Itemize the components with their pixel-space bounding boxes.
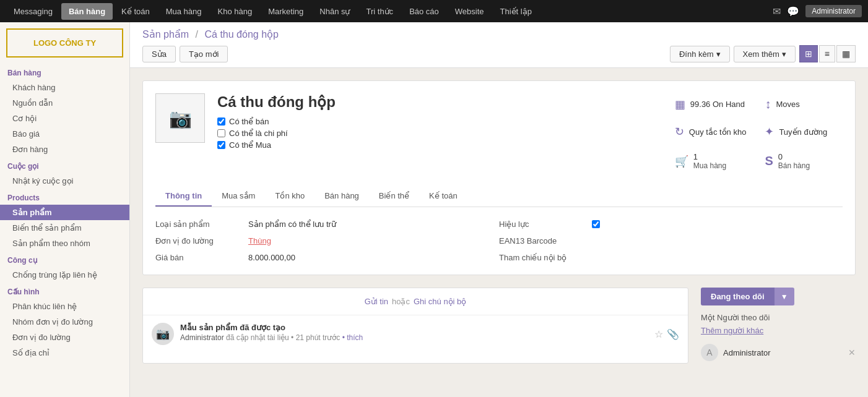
breadcrumb-parent[interactable]: Sản phẩm xyxy=(142,29,189,40)
send-message-label[interactable]: Gửi tin xyxy=(365,297,388,306)
attach-label: Đính kèm xyxy=(679,49,714,59)
tham-chieu-label: Tham chiếu nội bộ xyxy=(499,253,586,262)
follow-button[interactable]: Đang theo dõi xyxy=(701,288,775,305)
mua-hang-value: 1 xyxy=(693,152,726,161)
star-icon[interactable]: ☆ xyxy=(654,328,663,340)
sidebar-item-nguon-dan[interactable]: Nguồn dẫn xyxy=(0,95,129,111)
tuyen-duong-icon: ✦ xyxy=(765,125,774,139)
edit-button[interactable]: Sửa xyxy=(142,46,176,62)
email-icon[interactable]: ✉ xyxy=(773,6,781,17)
tab-mua-sam[interactable]: Mua sắm xyxy=(212,186,265,207)
sidebar-section-cau-hinh: Cấu hình xyxy=(0,283,129,299)
view-toggle: ⊞ ≡ ▦ xyxy=(799,45,856,62)
grid-view-button[interactable]: ⊞ xyxy=(799,45,818,62)
chatter-compose-bar: Gửi tin hoặc Ghi chú nội bộ xyxy=(143,288,688,315)
detail-gia-ban: Giá bán 8.000.000,00 xyxy=(155,253,499,262)
ban-hang-value: 0 xyxy=(778,152,810,161)
follow-section: Đang theo dõi ▼ Một Người theo dõi Thêm … xyxy=(701,288,856,364)
sidebar-item-nhom[interactable]: Sản phẩm theo nhóm xyxy=(0,236,129,251)
on-hand-value: 99.36 On Hand xyxy=(690,100,745,109)
list-view-button[interactable]: ≡ xyxy=(819,45,835,62)
attach-button[interactable]: Đính kèm ▾ xyxy=(670,46,730,62)
note-label[interactable]: Ghi chú nội bộ xyxy=(414,297,466,306)
stat-quy-tac[interactable]: ↻ Quy tắc tồn kho xyxy=(669,121,753,142)
checkbox-co-the-ban[interactable]: Có thể bán xyxy=(217,117,656,126)
product-checkboxes: Có thể bán Có thể là chi phí Có thể Mua xyxy=(217,117,656,150)
don-vi-value[interactable]: Thùng xyxy=(248,236,271,245)
chatter-log-content: Mẫu sản phẩm đã được tạo Administrator đ… xyxy=(180,323,648,345)
tab-ban-hang[interactable]: Bán hàng xyxy=(315,186,369,207)
remove-follower-button[interactable]: ✕ xyxy=(848,348,856,357)
on-hand-icon: ▦ xyxy=(675,98,685,111)
admin-badge[interactable]: Administrator xyxy=(805,5,862,17)
chatter-like[interactable]: • thích xyxy=(342,333,363,342)
nav-mua-hang[interactable]: Mua hàng xyxy=(158,3,209,20)
attachment-icon[interactable]: 📎 xyxy=(667,328,679,340)
nav-marketing[interactable]: Marketing xyxy=(261,3,311,20)
nav-ke-toan[interactable]: Kế toán xyxy=(114,3,157,20)
nav-kho-hang[interactable]: Kho hàng xyxy=(210,3,260,20)
sidebar-item-so-dia-chi[interactable]: Số địa chỉ xyxy=(0,345,129,361)
detail-loai-san-pham: Loại sản phẩm Sản phẩm có thể lưu trữ xyxy=(155,220,499,229)
stat-on-hand[interactable]: ▦ 99.36 On Hand xyxy=(669,93,753,115)
sidebar-item-chong-trung[interactable]: Chống trùng lặp liên hệ xyxy=(0,267,129,283)
tab-bien-the[interactable]: Biến thể xyxy=(369,186,419,207)
checkbox-co-the-mua[interactable]: Có thể Mua xyxy=(217,140,656,150)
quy-tac-icon: ↻ xyxy=(675,125,684,139)
chat-icon[interactable]: 💬 xyxy=(787,6,799,17)
breadcrumb-separator: / xyxy=(196,29,198,40)
add-follower-link[interactable]: Thêm người khác xyxy=(701,326,856,335)
detail-left: Loại sản phẩm Sản phẩm có thể lưu trữ Đơ… xyxy=(155,220,499,262)
checkbox-chi-phi-input[interactable] xyxy=(217,129,225,137)
nav-thiet-lap[interactable]: Thiết lập xyxy=(493,3,539,20)
tab-ton-kho[interactable]: Tồn kho xyxy=(265,186,315,207)
nav-right-area: ✉ 💬 Administrator xyxy=(773,5,862,17)
nav-menu: Messaging Bán hàng Kế toán Mua hàng Kho … xyxy=(6,3,773,20)
kanban-view-button[interactable]: ▦ xyxy=(836,45,856,62)
nav-website[interactable]: Website xyxy=(448,3,492,20)
nav-bao-cao[interactable]: Báo cáo xyxy=(402,3,446,20)
detail-don-vi: Đơn vị đo lường Thùng xyxy=(155,236,499,245)
sidebar-item-don-hang[interactable]: Đơn hàng xyxy=(0,142,129,157)
tab-thong-tin[interactable]: Thông tin xyxy=(155,186,212,207)
hieu-luc-checkbox[interactable] xyxy=(592,220,600,229)
hoac-label: hoặc xyxy=(392,297,410,306)
detail-ean13: EAN13 Barcode xyxy=(499,236,843,245)
follower-row: A Administrator ✕ xyxy=(701,341,856,364)
sidebar-item-phan-khuc[interactable]: Phân khúc liên hệ xyxy=(0,299,129,314)
sidebar-item-bao-gia[interactable]: Báo giá xyxy=(0,126,129,142)
follow-dropdown-button[interactable]: ▼ xyxy=(775,288,794,305)
nav-messaging[interactable]: Messaging xyxy=(6,3,60,20)
stat-mua-hang[interactable]: 🛒 1 Mua hàng xyxy=(669,148,753,174)
product-details: Loại sản phẩm Sản phẩm có thể lưu trữ Đơ… xyxy=(155,220,843,262)
stat-moves[interactable]: ↕ Moves xyxy=(758,93,843,115)
ean13-label: EAN13 Barcode xyxy=(499,236,586,245)
chatter-main: Gửi tin hoặc Ghi chú nội bộ 📷 Mẫu sản ph… xyxy=(142,288,688,364)
toolbar: Sửa Tạo mới Đính kèm ▾ Xem thêm ▾ ⊞ ≡ ▦ xyxy=(142,45,856,62)
sidebar-item-san-pham[interactable]: Sản phẩm xyxy=(0,205,129,220)
camera-icon: 📷 xyxy=(169,108,192,129)
sidebar-item-co-hoi[interactable]: Cơ hội xyxy=(0,111,129,126)
chatter-action: đã cập nhật tài liệu xyxy=(226,333,291,342)
sidebar-item-khach-hang[interactable]: Khách hàng xyxy=(0,80,129,95)
nav-nhan-su[interactable]: Nhân sự xyxy=(312,3,357,20)
hieu-luc-label: Hiệu lực xyxy=(499,220,586,229)
checkbox-co-the-mua-input[interactable] xyxy=(217,141,225,149)
create-button[interactable]: Tạo mới xyxy=(180,46,228,62)
sidebar-item-don-vi[interactable]: Đơn vị đo lường xyxy=(0,330,129,345)
checkbox-chi-phi-label: Có thể là chi phí xyxy=(229,129,288,138)
sidebar-item-nhom-don-vi[interactable]: Nhóm đơn vị đo lường xyxy=(0,314,129,330)
sidebar-item-nhat-ky[interactable]: Nhật ký cuộc gọi xyxy=(0,173,129,189)
checkbox-co-the-ban-input[interactable] xyxy=(217,117,225,126)
sidebar-section-cong-cu: Công cụ xyxy=(0,251,129,267)
sidebar-item-bien-the[interactable]: Biến thể sản phẩm xyxy=(0,220,129,236)
checkbox-co-the-ban-label: Có thể bán xyxy=(229,117,269,126)
stat-tuyen-duong[interactable]: ✦ Tuyến đường xyxy=(758,121,843,142)
tab-ke-toan[interactable]: Kế toán xyxy=(419,186,467,207)
stat-ban-hang[interactable]: S 0 Bán hàng xyxy=(758,148,843,174)
nav-tri-thuc[interactable]: Tri thức xyxy=(358,3,401,20)
view-more-button[interactable]: Xem thêm ▾ xyxy=(734,46,796,62)
nav-ban-hang[interactable]: Bán hàng xyxy=(61,3,113,20)
avatar-icon: 📷 xyxy=(156,327,170,341)
checkbox-chi-phi[interactable]: Có thể là chi phí xyxy=(217,129,656,138)
